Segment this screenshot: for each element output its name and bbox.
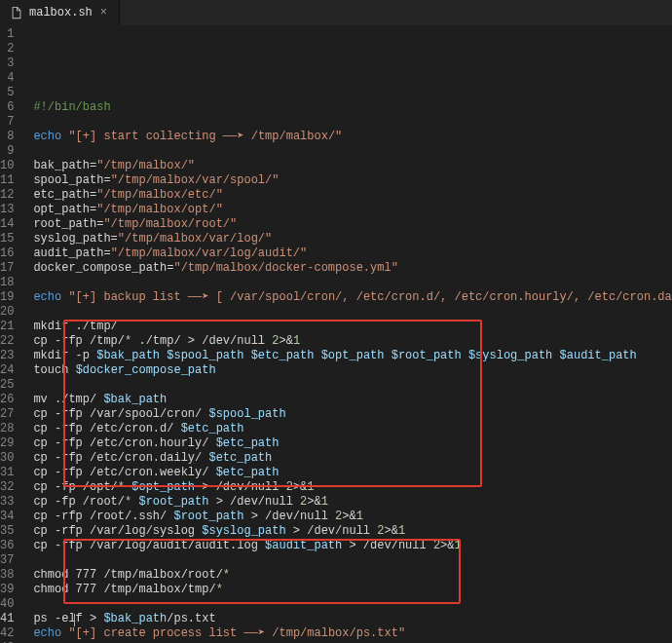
code-token: cp -rfp /tmp/ (33, 334, 125, 348)
code-token (462, 349, 468, 362)
code-token: root_path= (33, 217, 103, 231)
code-line[interactable]: ps -elf > $bak_path/ps.txt (23, 612, 672, 626)
code-token: mkdir ./tmp/ (33, 320, 117, 333)
code-line[interactable]: spool_path="/tmp/malbox/var/spool/" (23, 173, 672, 188)
code-token: > /dev/null (208, 495, 300, 509)
line-number: 19 (0, 290, 14, 305)
line-number: 40 (0, 597, 14, 612)
code-token: $root_path (392, 349, 462, 362)
file-icon (10, 6, 23, 19)
code-token: cp -rfp /etc/cron.d/ (33, 422, 180, 435)
code-token: mkdir -p (33, 349, 96, 362)
code-token: cp -rfp /etc/cron.daily/ (33, 451, 208, 465)
code-token: chmod 777 /tmp/malbox/root/ (33, 568, 222, 582)
code-token: bak_path= (33, 159, 96, 172)
code-line[interactable] (23, 115, 672, 130)
code-token: > /dev/null (243, 510, 335, 523)
code-token (552, 349, 559, 362)
code-line[interactable]: mkdir -p $bak_path $spool_path $etc_path… (23, 349, 672, 363)
code-token: chmod 777 /tmp/malbox/tmp/ (33, 583, 215, 596)
code-token: "/tmp/malbox/" (96, 159, 195, 172)
line-number: 37 (0, 553, 14, 568)
code-token: 1 (307, 480, 314, 494)
code-line[interactable]: cp -rfp /tmp/* ./tmp/ > /dev/null 2>&1 (23, 334, 672, 349)
line-number: 27 (0, 407, 14, 422)
code-line[interactable]: audit_path="/tmp/malbox/var/log/audit/" (23, 246, 672, 261)
code-token: "/tmp/malbox/opt/" (96, 203, 223, 216)
code-token: cp -rfp /root/.ssh/ (33, 510, 173, 523)
code-line[interactable]: etc_path="/tmp/malbox/etc/" (23, 188, 672, 203)
line-number: 1 (0, 27, 14, 42)
line-number: 14 (0, 217, 14, 232)
code-token: $etc_path (216, 466, 280, 479)
code-token: audit_path= (33, 246, 110, 260)
code-line[interactable]: mv ./tmp/ $bak_path (23, 393, 672, 407)
code-line[interactable]: cp -rfp /var/spool/cron/ $spool_path (23, 407, 672, 422)
code-line[interactable]: cp -rfp /var/log/audit/audit.log $audit_… (23, 539, 672, 553)
code-line[interactable] (23, 305, 672, 320)
editor[interactable]: 1234567891011121314151617181920212223242… (0, 25, 672, 643)
code-token: echo (33, 290, 61, 304)
code-line[interactable] (23, 378, 672, 393)
line-number: 21 (0, 320, 14, 334)
code-token: cp -rfp /var/log/audit/audit.log (33, 539, 265, 552)
code-token: opt_path= (33, 203, 96, 216)
code-line[interactable]: #!/bin/bash (23, 100, 672, 115)
code-line[interactable]: cp -fp /opt/* $opt_path > /dev/null 2>&1 (23, 480, 672, 495)
tab-label: malbox.sh (29, 6, 93, 19)
code-line[interactable]: echo "[+] create process list ──➤ /tmp/m… (23, 626, 672, 641)
code-token: mv ./tmp/ (33, 393, 103, 406)
code-line[interactable]: cp -rfp /root/.ssh/ $root_path > /dev/nu… (23, 510, 672, 524)
code-line[interactable]: cp -rfp /var/log/syslog $syslog_path > /… (23, 524, 672, 539)
code-area[interactable]: #!/bin/bashecho "[+] start collecting ──… (23, 25, 672, 643)
code-line[interactable]: docker_compose_path="/tmp/malbox/docker-… (23, 261, 672, 276)
code-token: >& (342, 510, 355, 523)
code-line[interactable]: cp -fp /root/* $root_path > /dev/null 2>… (23, 495, 672, 510)
code-line[interactable]: cp -rfp /etc/cron.daily/ $etc_path (23, 451, 672, 466)
code-token: $etc_path (208, 451, 272, 465)
line-number: 5 (0, 86, 14, 100)
code-line[interactable]: cp -rfp /etc/cron.weekly/ $etc_path (23, 466, 672, 480)
line-number: 12 (0, 188, 14, 203)
code-token: $opt_path (131, 480, 195, 494)
code-token: >& (293, 480, 307, 494)
code-token: $opt_path (321, 349, 385, 362)
line-number: 10 (0, 159, 14, 173)
line-number: 4 (0, 71, 14, 86)
line-number: 42 (0, 626, 14, 641)
code-line[interactable]: opt_path="/tmp/malbox/opt/" (23, 203, 672, 217)
code-token (384, 349, 391, 362)
tab-bar: malbox.sh × (0, 0, 672, 25)
code-line[interactable] (23, 144, 672, 159)
code-line[interactable]: chmod 777 /tmp/malbox/tmp/* (23, 583, 672, 597)
code-line[interactable]: syslog_path="/tmp/malbox/var/log/" (23, 232, 672, 246)
code-token: cp -rfp /var/spool/cron/ (33, 407, 208, 421)
code-line[interactable]: cp -rfp /etc/cron.d/ $etc_path (23, 422, 672, 436)
code-token: 1 (293, 334, 300, 348)
line-number: 2 (0, 42, 14, 57)
code-token: $root_path (173, 510, 243, 523)
code-line[interactable]: bak_path="/tmp/malbox/" (23, 159, 672, 173)
code-line[interactable]: touch $docker_compose_path (23, 363, 672, 378)
line-number: 28 (0, 422, 14, 436)
code-token: #!/bin/bash (33, 100, 110, 114)
code-token: > /dev/null (342, 539, 433, 552)
code-token: ps -elf > (33, 612, 103, 625)
code-token: $audit_path (265, 539, 342, 552)
code-line[interactable] (23, 553, 672, 568)
code-token: $etc_path (216, 436, 280, 450)
code-token: 1 (398, 524, 405, 538)
code-token: $syslog_path (202, 524, 285, 538)
code-line[interactable]: echo "[+] backup list ──➤ [ /var/spool/c… (23, 290, 672, 305)
code-line[interactable] (23, 597, 672, 612)
line-number: 38 (0, 568, 14, 583)
code-token: /ps.txt (167, 612, 215, 625)
code-line[interactable]: chmod 777 /tmp/malbox/root/* (23, 568, 672, 583)
code-line[interactable]: echo "[+] start collecting ──➤ /tmp/malb… (23, 130, 672, 144)
code-line[interactable] (23, 276, 672, 290)
code-line[interactable]: root_path="/tmp/malbox/root/" (23, 217, 672, 232)
code-line[interactable]: cp -rfp /etc/cron.hourly/ $etc_path (23, 436, 672, 451)
tab-malbox[interactable]: malbox.sh × (0, 0, 120, 25)
code-line[interactable]: mkdir ./tmp/ (23, 320, 672, 334)
close-icon[interactable]: × (98, 6, 109, 19)
